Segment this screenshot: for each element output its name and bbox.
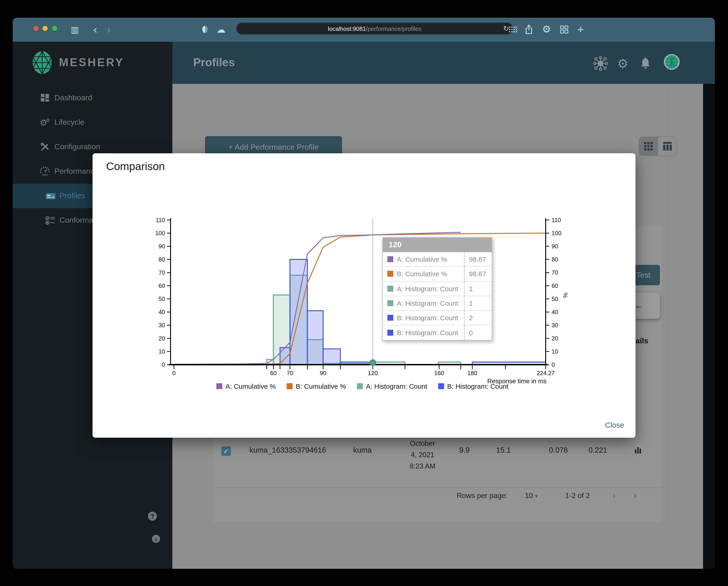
comparison-chart: 0010102020303040405050606070708080909010… — [154, 209, 571, 399]
tooltip-swatch — [387, 286, 393, 291]
svg-text:110: 110 — [551, 217, 561, 223]
tooltip-row: A: Histogram: Count1 — [383, 296, 492, 311]
right-axis-label: % — [562, 293, 569, 298]
svg-text:10: 10 — [158, 348, 165, 355]
forward-button[interactable]: › — [104, 24, 114, 35]
meshery-logo-icon[interactable] — [31, 51, 54, 76]
traffic-light-minimize[interactable] — [43, 26, 48, 31]
back-arrow-icon: ← — [634, 301, 643, 311]
svg-text:60: 60 — [270, 370, 277, 376]
page-title: Profiles — [193, 56, 235, 69]
svg-text:100: 100 — [551, 230, 561, 237]
rows-per-page-select[interactable]: 10 ▾ — [525, 492, 538, 500]
sidebar-item-lifecycle[interactable]: ⚙⚙Lifecycle — [13, 110, 172, 135]
sidebar-item-label: Dashboard — [54, 94, 92, 103]
svg-text:60: 60 — [158, 282, 165, 289]
axes: 0010102020303040405050606070708080909010… — [155, 217, 562, 376]
prev-page-button[interactable]: ‹ — [613, 490, 616, 501]
svg-text:40: 40 — [551, 309, 558, 316]
settings-icon[interactable]: ⚙ — [615, 55, 631, 72]
configuration-icon — [39, 141, 51, 152]
table-view-button[interactable] — [658, 137, 677, 156]
svg-text:50: 50 — [551, 295, 558, 302]
svg-text:70: 70 — [158, 269, 165, 276]
modal-title: Comparison — [106, 160, 165, 173]
row-profile-name: kuma_1633353794616 — [250, 446, 326, 454]
traffic-light-close[interactable] — [33, 26, 38, 31]
row-value-duration: 15.1 — [485, 446, 522, 454]
row-mesh-name: kuma — [353, 446, 372, 454]
svg-text:180: 180 — [467, 370, 477, 376]
sidebar-item-label: Lifecycle — [54, 118, 84, 127]
legend-swatch — [287, 383, 292, 389]
legend-item[interactable]: A: Histogram: Count — [357, 382, 427, 390]
tooltip-row: B: Histogram: Count2 — [383, 311, 492, 325]
details-heading-fragment: ails — [635, 337, 648, 346]
profiles-icon — [45, 190, 56, 202]
legend-item[interactable]: B: Cumulative % — [287, 382, 346, 390]
url-bar[interactable]: localhost:9081/performance/profiles ↻ — [236, 23, 513, 34]
row-value-qps: 9.9 — [446, 446, 483, 454]
svg-text:160: 160 — [434, 370, 444, 376]
help-icon[interactable]: ? — [148, 512, 157, 521]
tooltip-row: A: Cumulative %98.67 — [383, 252, 492, 267]
chart-legend: A: Cumulative %B: Cumulative %A: Histogr… — [154, 382, 571, 390]
chart-svg: 0010102020303040405050606070708080909010… — [154, 209, 571, 399]
pagination-range: 1-2 of 2 — [565, 492, 590, 500]
table-row-separator — [213, 487, 662, 488]
close-button[interactable]: Close — [605, 421, 624, 429]
brand-name[interactable]: MESHERY — [59, 56, 124, 69]
comparison-modal: Comparison 00101020203030404050506060707… — [93, 153, 635, 438]
sidebar-item-label: Performance — [54, 167, 99, 176]
caret-down-icon: ▾ — [535, 492, 538, 499]
traffic-light-zoom[interactable] — [52, 26, 57, 31]
svg-text:0: 0 — [172, 370, 176, 376]
legend-item[interactable]: B: Histogram: Count — [438, 382, 509, 390]
tab-overview-icon[interactable] — [559, 24, 570, 35]
cloud-icon[interactable]: ☁ — [216, 24, 226, 35]
browser-toolbar: ▥ ‹ › ☁ localhost:9081/performance/profi… — [13, 18, 715, 42]
svg-text:30: 30 — [551, 322, 558, 328]
svg-text:90: 90 — [158, 243, 165, 250]
legend-swatch — [357, 383, 363, 389]
tooltip-swatch — [387, 329, 393, 336]
shield-icon — [201, 24, 210, 35]
tooltip-swatch — [387, 300, 393, 306]
svg-text:0: 0 — [162, 361, 165, 368]
view-toggle-group — [639, 136, 677, 156]
svg-text:10: 10 — [551, 348, 558, 355]
svg-text:50: 50 — [158, 295, 165, 302]
share-icon[interactable] — [524, 24, 534, 35]
svg-text:110: 110 — [156, 217, 165, 223]
settings-gear-icon[interactable]: ⚙ — [541, 24, 552, 35]
hover-marker — [370, 360, 376, 366]
dashboard-icon — [39, 92, 51, 103]
performance-icon: SMP — [39, 166, 51, 177]
svg-text:90: 90 — [551, 243, 558, 250]
next-page-button[interactable]: › — [634, 490, 636, 501]
row-value-p50: 0.078 — [540, 446, 576, 454]
right-gutter — [703, 84, 715, 569]
avatar[interactable] — [664, 54, 680, 70]
legend-item[interactable]: A: Cumulative % — [216, 382, 276, 390]
notifications-bell-icon[interactable] — [637, 55, 654, 72]
grid-view-button[interactable] — [639, 137, 658, 156]
back-button[interactable]: ‹ — [90, 24, 100, 35]
legend-swatch — [438, 383, 444, 389]
row-checkbox[interactable]: ✓ — [222, 446, 231, 456]
adapters-hub-icon[interactable] — [592, 55, 609, 72]
keypad-icon[interactable] — [508, 24, 518, 35]
tooltip-row: B: Histogram: Count0 — [383, 325, 492, 340]
svg-text:20: 20 — [158, 335, 165, 342]
legend-swatch — [216, 383, 222, 389]
sidebar-toggle-icon[interactable]: ▥ — [70, 24, 80, 35]
collapse-sidebar-icon[interactable]: ‹ — [152, 535, 160, 543]
svg-text:120: 120 — [368, 370, 378, 376]
svg-text:40: 40 — [158, 309, 165, 316]
svg-text:70: 70 — [551, 269, 558, 276]
svg-text:224.27: 224.27 — [537, 370, 555, 376]
new-tab-icon[interactable]: + — [575, 24, 586, 35]
sidebar-item-dashboard[interactable]: Dashboard — [13, 86, 172, 110]
lifecycle-icon: ⚙⚙ — [39, 117, 51, 128]
row-chart-icon[interactable] — [635, 446, 642, 455]
